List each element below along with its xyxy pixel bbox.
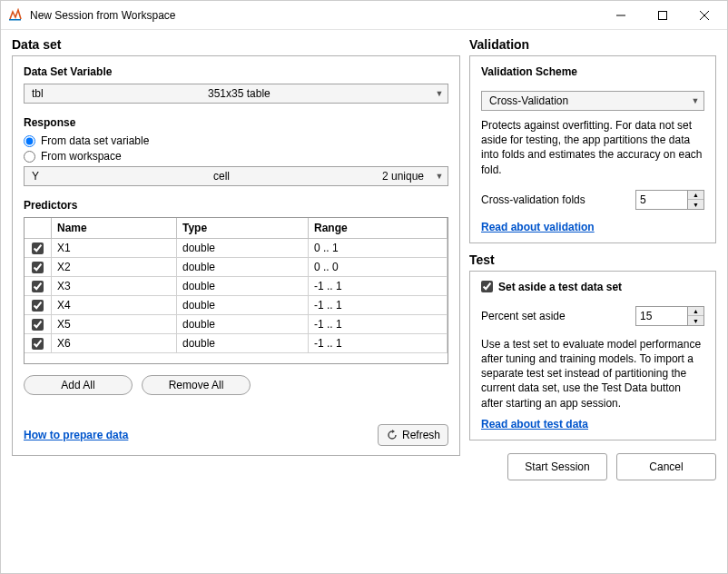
predictors-body[interactable]: X1double0 .. 1X2double0 .. 0X3double-1 .…	[25, 239, 448, 363]
table-row[interactable]: X3double-1 .. 1	[25, 277, 448, 296]
titlebar: New Session from Workspace	[1, 1, 727, 30]
percent-spinner[interactable]: ▲ ▼	[635, 306, 704, 326]
table-row[interactable]: X6double-1 .. 1	[25, 334, 448, 353]
table-row[interactable]: X4double-1 .. 1	[25, 296, 448, 315]
chevron-down-icon: ▼	[431, 89, 448, 98]
predictor-range: 0 .. 1	[309, 239, 448, 258]
cv-folds-input[interactable]	[636, 191, 687, 209]
validation-scheme-dropdown[interactable]: Cross-Validation ▼	[481, 91, 704, 111]
response-from-dataset-radio[interactable]: From data set variable	[24, 134, 448, 147]
read-about-validation-link[interactable]: Read about validation	[481, 221, 595, 233]
remove-all-button[interactable]: Remove All	[142, 375, 251, 395]
predictor-type: double	[177, 258, 309, 277]
predictor-type: double	[177, 315, 309, 334]
read-about-test-link[interactable]: Read about test data	[481, 418, 588, 430]
validation-panel: Validation Scheme Cross-Validation ▼ Pro…	[469, 55, 716, 243]
variable-dims-seg: 351x35 table	[201, 87, 377, 100]
cancel-button[interactable]: Cancel	[616, 453, 716, 480]
window-close-button[interactable]	[684, 1, 725, 30]
predictor-name: X3	[52, 277, 177, 296]
spinner-down-icon[interactable]: ▼	[688, 316, 703, 325]
predictor-name: X1	[52, 239, 177, 258]
chevron-down-icon: ▼	[687, 96, 703, 105]
refresh-button[interactable]: Refresh	[378, 424, 448, 446]
col-name: Name	[52, 218, 177, 239]
data-set-panel: Data Set Variable tbl 351x35 table ▼ Res…	[12, 55, 460, 456]
predictor-name: X5	[52, 315, 177, 334]
percent-set-aside-label: Percent set aside	[481, 310, 635, 322]
test-title: Test	[469, 252, 716, 267]
refresh-icon	[386, 429, 398, 441]
predictor-name: X4	[52, 296, 177, 315]
predictor-checkbox[interactable]	[32, 319, 44, 331]
variable-name-seg: tbl	[25, 87, 201, 100]
predictor-type: double	[177, 277, 309, 296]
data-set-variable-dropdown[interactable]: tbl 351x35 table ▼	[24, 84, 448, 104]
percent-input[interactable]	[636, 307, 687, 325]
predictor-type: double	[177, 239, 309, 258]
test-description: Use a test set to evaluate model perform…	[481, 337, 704, 411]
validation-title: Validation	[469, 37, 716, 52]
data-set-title: Data set	[12, 37, 460, 52]
add-all-button[interactable]: Add All	[24, 375, 133, 395]
svg-rect-3	[659, 11, 667, 19]
predictor-checkbox[interactable]	[32, 300, 44, 312]
app-icon	[8, 8, 23, 23]
col-range: Range	[309, 218, 448, 239]
data-set-variable-label: Data Set Variable	[24, 65, 448, 78]
predictor-checkbox[interactable]	[32, 338, 44, 350]
window-title: New Session from Workspace	[30, 9, 600, 22]
predictor-checkbox[interactable]	[32, 262, 44, 273]
window-minimize-button[interactable]	[600, 1, 642, 30]
test-panel: Set aside a test data set Percent set as…	[469, 271, 716, 440]
validation-description: Protects against overfitting. For data n…	[481, 118, 704, 177]
spinner-down-icon[interactable]: ▼	[688, 200, 703, 209]
response-label: Response	[24, 116, 448, 129]
predictor-checkbox[interactable]	[32, 281, 44, 292]
predictor-type: double	[177, 296, 309, 315]
predictor-checkbox[interactable]	[32, 242, 44, 254]
set-aside-test-checkbox[interactable]: Set aside a test data set	[481, 281, 704, 293]
table-row[interactable]: X1double0 .. 1	[25, 239, 448, 258]
cv-folds-spinner[interactable]: ▲ ▼	[635, 190, 704, 210]
predictor-range: -1 .. 1	[309, 296, 448, 315]
predictor-name: X2	[52, 258, 177, 277]
spinner-up-icon[interactable]: ▲	[688, 191, 703, 201]
svg-rect-1	[9, 19, 21, 21]
predictor-range: 0 .. 0	[309, 258, 448, 277]
predictor-range: -1 .. 1	[309, 315, 448, 334]
table-row[interactable]: X5double-1 .. 1	[25, 315, 448, 334]
chevron-down-icon: ▼	[431, 172, 448, 181]
predictor-name: X6	[52, 334, 177, 353]
predictor-range: -1 .. 1	[309, 334, 448, 353]
how-to-prepare-data-link[interactable]: How to prepare data	[24, 429, 128, 441]
spinner-up-icon[interactable]: ▲	[688, 307, 703, 317]
table-row[interactable]: X2double0 .. 0	[25, 258, 448, 277]
col-type: Type	[177, 218, 309, 239]
response-variable-dropdown[interactable]: Y cell 2 unique ▼	[24, 166, 448, 186]
window-maximize-button[interactable]	[642, 1, 684, 30]
predictor-range: -1 .. 1	[309, 277, 448, 296]
predictors-table: Name Type Range X1double0 .. 1X2double0 …	[24, 217, 448, 364]
predictor-type: double	[177, 334, 309, 353]
response-from-workspace-radio[interactable]: From workspace	[24, 150, 448, 163]
cv-folds-label: Cross-validation folds	[481, 193, 635, 206]
predictors-label: Predictors	[24, 199, 448, 212]
validation-scheme-label: Validation Scheme	[481, 65, 704, 78]
start-session-button[interactable]: Start Session	[507, 453, 607, 480]
